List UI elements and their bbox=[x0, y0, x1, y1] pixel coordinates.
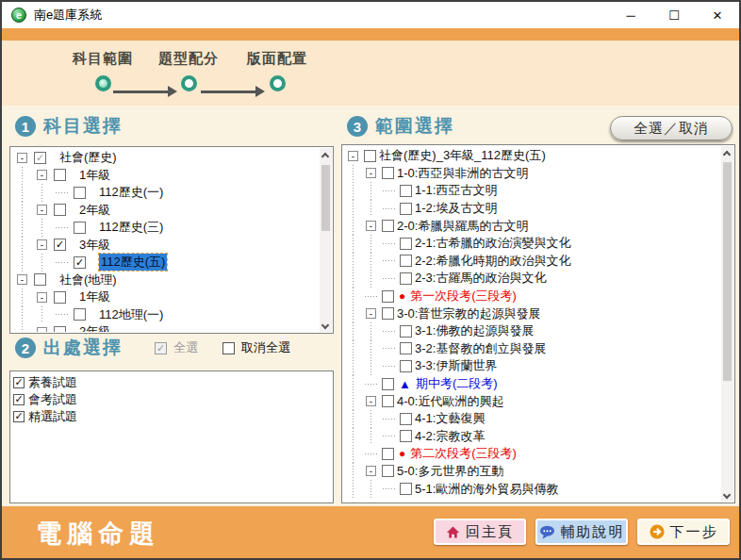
tree-expander-icon[interactable]: - bbox=[32, 205, 52, 215]
tree-checkbox[interactable] bbox=[400, 255, 412, 267]
tree-node-label[interactable]: 期中考(二段考) bbox=[416, 375, 498, 392]
minimize-button[interactable]: ─ bbox=[609, 2, 652, 28]
tree-checkbox[interactable] bbox=[400, 238, 412, 250]
tree-expander-icon[interactable]: - bbox=[362, 466, 380, 476]
tree-checkbox[interactable] bbox=[382, 290, 394, 303]
tree-node-label[interactable]: 2-1:古希臘的政治演變與文化 bbox=[415, 235, 570, 252]
deselect-all-checkbox-group[interactable]: 取消全選 bbox=[222, 339, 290, 356]
select-all-checkbox-group[interactable]: ✓ 全選 bbox=[155, 339, 198, 356]
tree-checkbox[interactable] bbox=[400, 342, 412, 354]
tree-checkbox[interactable] bbox=[382, 395, 394, 407]
tree-node-label[interactable]: 2年級 bbox=[79, 323, 110, 332]
tree-expander-icon[interactable]: - bbox=[362, 396, 380, 406]
tree-node-label[interactable]: 3-2:基督教的創立與發展 bbox=[415, 340, 546, 357]
tree-checkbox[interactable] bbox=[400, 483, 412, 495]
tree-expander-icon[interactable]: - bbox=[12, 274, 32, 285]
tree-node-label[interactable]: 2-3:古羅馬的政治與文化 bbox=[415, 270, 546, 287]
scrollbar-thumb[interactable] bbox=[321, 165, 330, 231]
tree-expander-icon[interactable]: - bbox=[32, 327, 52, 332]
tree-checkbox[interactable] bbox=[364, 150, 376, 162]
home-button[interactable]: 回主頁 bbox=[434, 519, 526, 545]
source-list-item[interactable]: ✓素養試題 bbox=[13, 374, 333, 390]
tree-checkbox[interactable] bbox=[382, 465, 394, 477]
source-item-checkbox[interactable]: ✓ bbox=[13, 411, 25, 422]
source-item-label[interactable]: 精選試題 bbox=[28, 408, 77, 425]
close-button[interactable]: ✕ bbox=[696, 2, 739, 28]
tree-node-label[interactable]: 社會(歷史)_3年級_112歷史(五) bbox=[379, 147, 546, 164]
tree-node-label[interactable]: 2-0:希臘與羅馬的古文明 bbox=[397, 218, 528, 235]
select-all-checkbox[interactable]: ✓ bbox=[155, 342, 167, 354]
tree-checkbox[interactable] bbox=[400, 430, 412, 442]
tree-checkbox[interactable] bbox=[54, 169, 66, 181]
tree-node-label[interactable]: 5-1:歐洲的海外貿易與傳教 bbox=[415, 481, 558, 498]
tree-checkbox[interactable] bbox=[400, 325, 412, 338]
tree-node-label[interactable]: 4-1:文藝復興 bbox=[415, 410, 485, 427]
tree-node-label[interactable]: 1-2:埃及古文明 bbox=[415, 200, 497, 217]
tree-checkbox[interactable] bbox=[74, 222, 86, 234]
subject-tree-scrollbar[interactable] bbox=[320, 148, 332, 332]
select-all-label[interactable]: 全選 bbox=[173, 339, 198, 356]
tree-checkbox[interactable] bbox=[382, 448, 394, 460]
tree-checkbox[interactable] bbox=[74, 308, 86, 321]
source-list-item[interactable]: ✓會考試題 bbox=[13, 391, 333, 407]
tree-checkbox[interactable] bbox=[74, 187, 86, 199]
tree-checkbox[interactable] bbox=[382, 220, 394, 232]
tree-checkbox[interactable]: ✓ bbox=[54, 239, 66, 251]
tree-node-label[interactable]: 3-3:伊斯蘭世界 bbox=[415, 357, 497, 374]
tree-checkbox[interactable]: ✓ bbox=[74, 256, 86, 269]
tree-expander-icon[interactable]: - bbox=[32, 292, 52, 303]
tree-checkbox[interactable] bbox=[54, 204, 66, 216]
tree-checkbox[interactable] bbox=[400, 185, 412, 197]
tree-expander-icon[interactable]: - bbox=[32, 170, 52, 180]
tree-checkbox[interactable] bbox=[400, 203, 412, 215]
tree-node-label[interactable]: 1-0:西亞與非洲的古文明 bbox=[397, 165, 528, 182]
tree-node-label[interactable]: 1-1:西亞古文明 bbox=[415, 182, 497, 199]
tree-node-label[interactable]: 1年級 bbox=[79, 288, 110, 305]
tree-checkbox[interactable] bbox=[34, 273, 46, 286]
tree-checkbox[interactable] bbox=[400, 360, 412, 372]
deselect-all-checkbox[interactable] bbox=[222, 342, 235, 354]
tree-node-label[interactable]: 3-0:普世宗教的起源與發展 bbox=[397, 305, 540, 322]
scroll-up-icon[interactable] bbox=[321, 153, 329, 160]
tree-expander-icon[interactable]: - bbox=[344, 151, 362, 161]
source-item-checkbox[interactable]: ✓ bbox=[13, 394, 25, 405]
tree-checkbox[interactable] bbox=[382, 167, 394, 179]
tree-checkbox[interactable] bbox=[382, 378, 394, 390]
scroll-up-icon[interactable] bbox=[723, 151, 731, 158]
tree-node-label[interactable]: 112歷史(三) bbox=[99, 219, 163, 236]
source-item-label[interactable]: 會考試題 bbox=[28, 391, 77, 408]
range-tree-scrollbar[interactable] bbox=[721, 146, 733, 502]
scrollbar-thumb[interactable] bbox=[723, 162, 732, 381]
tree-node-label[interactable]: 社會(歷史) bbox=[59, 149, 117, 166]
tree-expander-icon[interactable]: - bbox=[362, 168, 380, 178]
tree-node-label[interactable]: 4-0:近代歐洲的興起 bbox=[397, 393, 503, 410]
tree-checkbox[interactable] bbox=[382, 307, 394, 320]
tree-node-label[interactable]: 3年級 bbox=[79, 237, 110, 254]
tree-expander-icon[interactable]: - bbox=[12, 153, 32, 163]
tree-expander-icon[interactable]: - bbox=[362, 221, 380, 231]
deselect-all-label[interactable]: 取消全選 bbox=[241, 339, 290, 356]
maximize-button[interactable]: ☐ bbox=[652, 2, 696, 28]
tree-checkbox[interactable] bbox=[400, 413, 412, 425]
tree-node-label[interactable]: 2-2:希臘化時期的政治與文化 bbox=[415, 253, 570, 270]
source-item-checkbox[interactable]: ✓ bbox=[13, 377, 25, 388]
source-list-item[interactable]: ✓精選試題 bbox=[13, 408, 333, 424]
tree-node-label[interactable]: 1年級 bbox=[79, 167, 110, 184]
help-button[interactable]: 輔助說明 bbox=[535, 519, 628, 545]
tree-node-label[interactable]: 112歷史(五) bbox=[99, 254, 167, 271]
tree-checkbox[interactable] bbox=[54, 291, 66, 304]
tree-node-label[interactable]: 112歷史(一) bbox=[99, 184, 163, 201]
toggle-select-all-button[interactable]: 全選／取消 bbox=[610, 116, 733, 140]
tree-checkbox[interactable] bbox=[400, 272, 412, 285]
tree-node-label[interactable]: 第二次段考(三段考) bbox=[410, 445, 517, 462]
tree-node-label[interactable]: 112地理(一) bbox=[99, 306, 163, 323]
tree-node-label[interactable]: 社會(地理) bbox=[59, 272, 117, 288]
scroll-down-icon[interactable] bbox=[723, 491, 731, 499]
source-item-label[interactable]: 素養試題 bbox=[28, 374, 77, 391]
tree-expander-icon[interactable]: - bbox=[32, 239, 52, 250]
tree-checkbox[interactable] bbox=[54, 326, 66, 332]
tree-node-label[interactable]: 第一次段考(三段考) bbox=[410, 288, 517, 305]
tree-node-label[interactable]: 4-2:宗教改革 bbox=[415, 428, 485, 445]
tree-node-label[interactable]: 5-0:多元世界的互動 bbox=[397, 463, 503, 480]
tree-node-label[interactable]: 2年級 bbox=[79, 202, 110, 219]
